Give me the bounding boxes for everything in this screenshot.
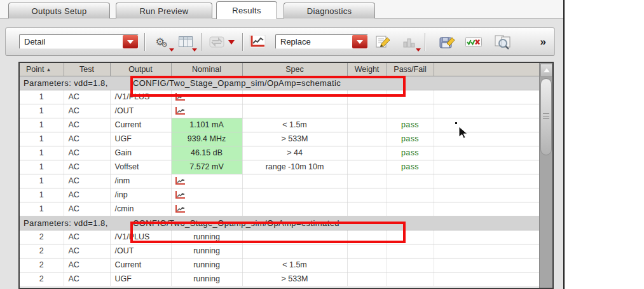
toolbar-overflow-button[interactable]: » <box>540 36 545 48</box>
cell-filler <box>434 174 539 188</box>
results-table-body: Parameters: vdd=1.8,CONFIG/Two_Stage_Opa… <box>20 76 539 286</box>
cell-nominal <box>171 188 242 202</box>
cell-passfail <box>387 244 434 258</box>
rerun-options-button[interactable] <box>226 32 236 52</box>
cell-output: Current <box>110 118 171 132</box>
cell-filler <box>434 202 539 216</box>
cell-weight <box>347 188 387 202</box>
plot-chart-icon <box>249 35 266 49</box>
tab-diagnostics[interactable]: Diagnostics <box>284 3 375 18</box>
cell-weight <box>347 132 387 146</box>
cell-nominal: 1.101 mA <box>171 118 242 132</box>
cell-point: 2 <box>20 258 64 272</box>
view-mode-dropdown-button[interactable] <box>123 35 138 48</box>
cell-test: AC <box>64 104 110 118</box>
table-row[interactable]: 1 AC Gain 46.15 dB > 44 pass <box>20 146 539 160</box>
column-header-passfail[interactable]: Pass/Fail <box>387 63 434 76</box>
cell-filler <box>434 244 539 258</box>
toolbar-separator <box>242 33 243 51</box>
app-window: Outputs Setup Run Preview Results Diagno… <box>0 0 565 289</box>
table-row[interactable]: 1 AC /inp <box>20 188 539 202</box>
cell-point: 1 <box>20 202 64 216</box>
cell-weight <box>347 174 387 188</box>
screenshot-root: Outputs Setup Run Preview Results Diagno… <box>0 0 644 289</box>
tab-outputs-setup[interactable]: Outputs Setup <box>8 3 110 18</box>
column-header-output[interactable]: Output <box>110 63 171 76</box>
waveform-plot-icon[interactable] <box>175 176 186 185</box>
cell-weight <box>347 202 387 216</box>
cell-nominal: running <box>171 244 242 258</box>
toolbar-separator <box>425 33 425 51</box>
cell-passfail <box>387 174 434 188</box>
cell-point: 1 <box>20 188 64 202</box>
plot-mode-dropdown[interactable]: Replace <box>275 34 368 49</box>
gears-icon: ⚙ <box>161 41 168 48</box>
vertical-scrollbar[interactable] <box>539 63 552 288</box>
toolbar-separator <box>144 33 145 51</box>
plot-button[interactable] <box>249 32 266 52</box>
column-header-spec[interactable]: Spec <box>242 63 347 76</box>
edit-form-button[interactable] <box>373 32 392 52</box>
column-header-point[interactable]: Point▲ <box>20 63 64 76</box>
chevron-down-icon <box>127 40 134 47</box>
setup-options-button[interactable]: ⚙ ⚙ <box>151 32 172 52</box>
cell-weight <box>347 160 387 174</box>
waveform-plot-icon[interactable] <box>175 204 186 213</box>
cell-output: /OUT <box>110 104 171 118</box>
scrollbar-up-button[interactable] <box>540 64 552 77</box>
view-mode-dropdown[interactable]: Detail <box>19 34 139 49</box>
cell-output: /OUT <box>110 244 171 258</box>
table-row[interactable]: 2 AC /OUT running <box>20 244 539 258</box>
cell-spec: range -10m 10m <box>242 160 347 174</box>
parameters-prefix: Parameters: vdd=1.8, <box>24 218 133 228</box>
pass-fail-check-button[interactable] <box>464 32 483 52</box>
cell-output: Voffset <box>110 160 171 174</box>
column-header-weight[interactable]: Weight <box>347 63 387 76</box>
table-row[interactable]: 2 AC UGF running > 533M <box>20 272 539 286</box>
tab-results[interactable]: Results <box>216 1 277 19</box>
arrow-up-icon <box>544 68 550 73</box>
column-header-nominal[interactable]: Nominal <box>171 63 242 76</box>
cell-passfail <box>387 188 434 202</box>
cell-nominal <box>171 202 242 216</box>
cell-point: 1 <box>20 90 64 104</box>
cell-passfail: pass <box>387 118 434 132</box>
cell-output: UGF <box>110 132 171 146</box>
table-row[interactable]: 1 AC Voffset 7.572 mV range -10m 10m pas… <box>20 160 539 174</box>
view-datasheet-button[interactable] <box>492 32 514 52</box>
table-row[interactable]: 2 AC Current running < 1.5m <box>20 258 539 272</box>
cell-passfail: pass <box>387 146 434 160</box>
cell-spec: < 1.5m <box>242 118 347 132</box>
column-header-test[interactable]: Test <box>64 63 110 76</box>
scrollbar-thumb[interactable] <box>540 78 552 155</box>
tab-label: Run Preview <box>140 6 189 16</box>
table-header-row: Point▲ Test Output Nominal Spec Weight P… <box>20 63 539 76</box>
waveform-plot-icon[interactable] <box>175 106 186 115</box>
column-display-button[interactable] <box>176 32 195 52</box>
table-row[interactable]: 1 AC /OUT <box>20 104 539 118</box>
waveform-plot-icon[interactable] <box>175 190 186 199</box>
plot-mode-dropdown-button[interactable] <box>352 35 367 48</box>
cell-output: /inp <box>110 188 171 202</box>
save-results-button[interactable] <box>437 32 456 52</box>
cell-spec: > 44 <box>242 146 347 160</box>
results-toolbar: Detail ⚙ ⚙ <box>5 27 555 56</box>
table-row[interactable]: 1 AC /cmin <box>20 202 539 216</box>
parameters-prefix: Parameters: vdd=1.8, <box>24 78 133 88</box>
cell-output: /inm <box>110 174 171 188</box>
table-row[interactable]: 1 AC /inm <box>20 174 539 188</box>
cell-passfail <box>387 258 434 272</box>
cell-point: 1 <box>20 132 64 146</box>
cell-test: AC <box>64 160 110 174</box>
chevron-down-icon <box>357 40 363 47</box>
cell-filler <box>434 188 539 202</box>
tab-run-preview[interactable]: Run Preview <box>116 3 212 18</box>
cell-point: 2 <box>20 244 64 258</box>
cell-passfail <box>387 202 434 216</box>
cell-filler <box>434 160 539 174</box>
cell-test: AC <box>64 188 110 202</box>
cell-passfail <box>387 104 434 118</box>
cell-test: AC <box>64 146 110 160</box>
cell-point: 2 <box>20 272 64 286</box>
scrollbar-grip-icon <box>543 113 549 120</box>
